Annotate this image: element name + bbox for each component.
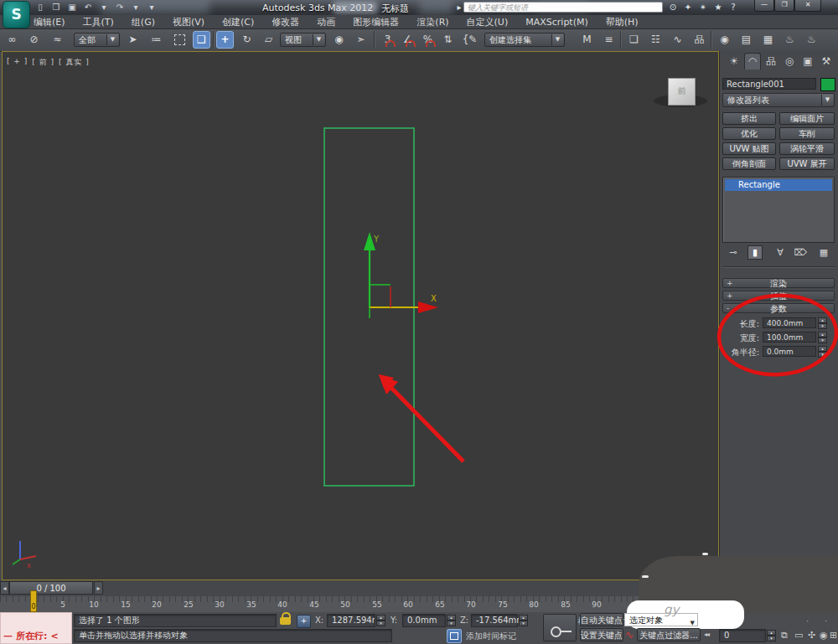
3dsmax-window: S ▯ ❒ ▣ ↶ ▾ ↷ ▾ ▾ Autodesk 3ds Max 2012 … — [0, 0, 838, 644]
annotation-red-circle — [716, 291, 838, 379]
annotation-circle-layer — [0, 0, 838, 644]
